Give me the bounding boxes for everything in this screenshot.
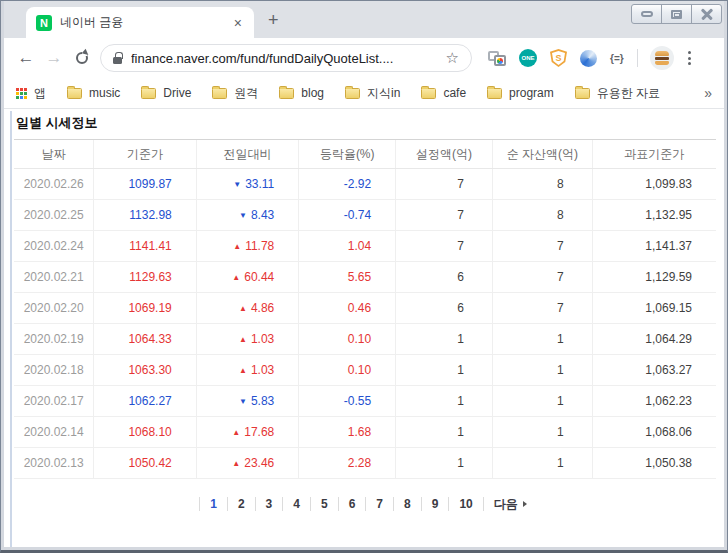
setup-amount-cell: 6 [395,262,492,292]
change-rate-cell: 0.46 [298,293,395,323]
net-asset-cell: 7 [492,293,592,323]
base-price-cell: 1064.33 [93,324,195,354]
pagination: 12345678910다음 [14,497,716,511]
tax-base-price-cell: 1,129.59 [592,262,716,292]
setup-amount-cell: 6 [395,293,492,323]
folder-icon [487,88,502,99]
table-row: 2020.02.181063.30▲1.030.10111,063.27 [14,355,716,386]
navigation-toolbar: ← → finance.naver.com/fund/fundDailyQuot… [4,38,724,78]
tab-close-icon[interactable]: × [232,15,244,31]
page-link-5[interactable]: 5 [310,497,338,511]
page-link-6[interactable]: 6 [338,497,366,511]
setup-amount-cell: 7 [395,231,492,261]
browser-tab[interactable]: N 네이버 금융 × [26,7,254,38]
setup-amount-cell: 1 [395,386,492,416]
tax-base-price-cell: 1,050.38 [592,448,716,478]
bookmarks-overflow-icon[interactable]: » [704,85,712,101]
reload-button[interactable] [68,44,96,72]
bookmark-item-jisikin[interactable]: 지식in [345,85,400,102]
apps-label: 앱 [34,85,46,102]
base-price-cell: 1068.10 [93,417,195,447]
change-rate-cell: 1.68 [298,417,395,447]
profile-avatar[interactable] [650,46,674,70]
header-date: 날짜 [14,140,93,168]
down-arrow-icon: ▼ [239,211,247,220]
browser-chrome: N 네이버 금융 × + ← → finance.naver.com/fund/… [4,1,724,547]
page-link-1[interactable]: 1 [199,497,227,511]
page-link-9[interactable]: 9 [421,497,449,511]
tax-base-price-cell: 1,063.27 [592,355,716,385]
table-row: 2020.02.211129.63▲60.445.65671,129.59 [14,262,716,293]
down-arrow-icon: ▼ [239,397,247,406]
bookmark-item-program[interactable]: program [487,86,554,100]
braces-extension-icon[interactable]: {=} [610,53,624,64]
page-link-7[interactable]: 7 [365,497,393,511]
header-setup-amount: 설정액(억) [395,140,492,168]
net-asset-cell: 1 [492,324,592,354]
bookmark-item-music[interactable]: music [67,86,120,100]
up-arrow-icon: ▲ [239,335,247,344]
back-button[interactable]: ← [12,44,40,72]
up-arrow-icon: ▲ [232,428,240,437]
tab-title: 네이버 금융 [60,14,224,31]
date-cell: 2020.02.26 [14,169,93,199]
bookmark-item-remote[interactable]: 원격 [212,85,258,102]
browser-menu-button[interactable] [682,51,697,65]
cast-extension-icon[interactable] [488,51,506,66]
next-page-button[interactable]: 다음 [483,497,531,511]
table-header-row: 날짜 기준가 전일대비 등락율(%) 설정액(억) 순 자산액(억) 과표기준가 [14,139,716,169]
tax-base-price-cell: 1,064.29 [592,324,716,354]
daily-quote-table: 2020.02.261099.87▼33.11-2.92781,099.8320… [14,169,716,479]
header-tax-base-price: 과표기준가 [592,140,716,168]
page-link-8[interactable]: 8 [393,497,421,511]
page-link-3[interactable]: 3 [255,497,283,511]
swirl-extension-icon[interactable] [580,50,597,67]
header-base-price: 기준가 [93,140,195,168]
change-rate-cell: 0.10 [298,324,395,354]
up-arrow-icon: ▲ [233,242,241,251]
url-text: finance.naver.com/fund/fundDailyQuoteLis… [131,51,437,66]
bookmark-item-drive[interactable]: Drive [141,86,191,100]
up-arrow-icon: ▲ [239,366,247,375]
change-rate-cell: -0.74 [298,200,395,230]
day-change-cell: ▲1.03 [196,324,298,354]
tax-base-price-cell: 1,132.95 [592,200,716,230]
net-asset-cell: 1 [492,417,592,447]
day-change-cell: ▲23.46 [196,448,298,478]
page-link-2[interactable]: 2 [227,497,255,511]
bookmark-item-blog[interactable]: blog [279,86,324,100]
shield-extension-icon[interactable]: S [550,49,567,67]
address-bar[interactable]: finance.naver.com/fund/fundDailyQuoteLis… [100,44,472,72]
window-controls [632,4,722,24]
folder-icon [421,88,436,99]
next-label: 다음 [494,497,518,511]
close-button[interactable] [691,4,722,24]
minimize-button[interactable] [631,4,662,24]
apps-button[interactable]: 앱 [16,85,46,102]
apps-grid-icon [16,88,27,99]
change-rate-cell: 2.28 [298,448,395,478]
new-tab-button[interactable]: + [268,10,279,31]
tax-base-price-cell: 1,099.83 [592,169,716,199]
setup-amount-cell: 1 [395,355,492,385]
header-day-change: 전일대비 [196,140,298,168]
folder-icon [575,88,590,99]
base-price-cell: 1099.87 [93,169,195,199]
page-link-4[interactable]: 4 [282,497,310,511]
change-rate-cell: 0.10 [298,355,395,385]
bookmark-star-icon[interactable]: ☆ [446,49,459,67]
one-extension-icon[interactable]: ONE [519,49,537,67]
date-cell: 2020.02.19 [14,324,93,354]
setup-amount-cell: 7 [395,200,492,230]
forward-button[interactable]: → [40,44,68,72]
day-change-cell: ▲11.78 [196,231,298,261]
day-change-cell: ▲4.86 [196,293,298,323]
naver-favicon-icon: N [36,15,52,31]
maximize-button[interactable] [661,4,692,24]
page-link-10[interactable]: 10 [448,497,482,511]
tax-base-price-cell: 1,141.37 [592,231,716,261]
bookmark-item-cafe[interactable]: cafe [421,86,466,100]
bookmark-item-useful[interactable]: 유용한 자료 [575,85,660,102]
date-cell: 2020.02.14 [14,417,93,447]
page-content: 일별 시세정보 날짜 기준가 전일대비 등락율(%) 설정액(억) 순 자산액(… [4,109,724,547]
